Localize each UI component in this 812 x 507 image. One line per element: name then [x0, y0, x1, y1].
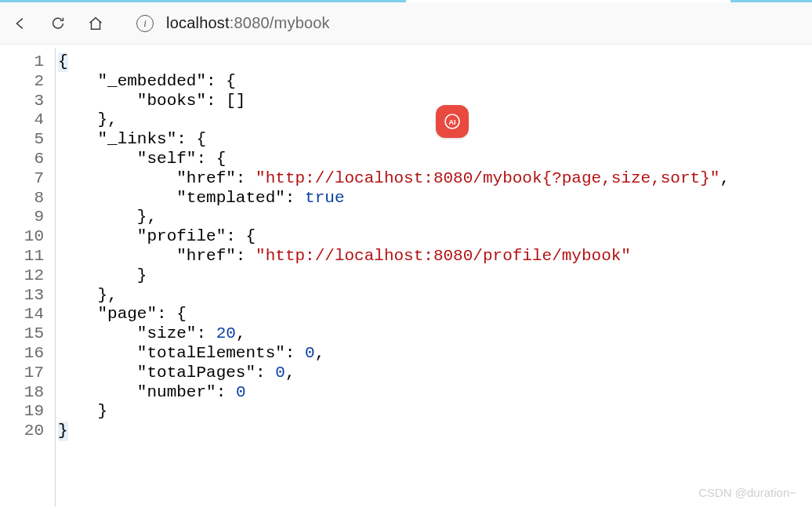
url-port: :8080 — [230, 14, 270, 31]
svg-text:AI: AI — [449, 118, 456, 126]
url-path: /mybook — [270, 14, 330, 31]
back-button[interactable] — [9, 13, 31, 34]
code-line: }, — [58, 286, 812, 306]
code-line: "number": 0 — [58, 383, 812, 403]
token-key: "templated" — [176, 189, 285, 207]
line-number: 10 — [0, 227, 44, 247]
token-bool: true — [305, 189, 344, 207]
browser-toolbar: i localhost:8080/mybook — [0, 2, 812, 45]
token-punc: } — [137, 266, 147, 284]
line-number: 19 — [0, 402, 44, 422]
line-number: 2 — [0, 72, 44, 92]
token-punc: : { — [226, 227, 256, 245]
token-punc: : { — [176, 130, 206, 148]
json-viewer: 1234567891011121314151617181920 { "_embe… — [0, 45, 812, 441]
gutter-divider — [55, 48, 56, 507]
line-number: 17 — [0, 364, 44, 383]
ai-badge[interactable]: AI — [436, 105, 469, 138]
watermark: CSDN @duration~ — [698, 486, 796, 499]
code-line: "page": { — [58, 305, 812, 324]
token-punc: : — [236, 169, 256, 187]
token-punc: } — [97, 402, 107, 420]
token-punc: : — [256, 364, 275, 382]
token-punc: }, — [97, 110, 117, 129]
token-punc: , — [720, 169, 730, 187]
line-number: 4 — [0, 110, 44, 130]
code-line: { — [58, 53, 812, 72]
token-punc: }, — [137, 208, 157, 226]
line-number: 14 — [0, 305, 44, 324]
token-punc: } — [58, 422, 68, 441]
refresh-button[interactable] — [47, 13, 69, 34]
token-str: "http://localhost:8080/mybook{?page,size… — [256, 169, 720, 187]
code-line: } — [58, 422, 812, 441]
line-number: 16 — [0, 344, 44, 364]
token-key: "totalElements" — [137, 344, 285, 362]
token-key: "self" — [137, 150, 197, 168]
code-line: "size": 20, — [58, 324, 812, 344]
line-number: 6 — [0, 150, 44, 169]
token-punc: }, — [97, 286, 117, 304]
token-punc: : [] — [206, 92, 245, 110]
token-key: "_links" — [97, 130, 176, 148]
code-line: "totalElements": 0, — [58, 344, 812, 364]
code-line: } — [58, 266, 812, 286]
token-key: "href" — [176, 247, 236, 265]
token-punc: : — [196, 324, 216, 342]
line-number: 13 — [0, 286, 44, 306]
token-key: "href" — [176, 169, 236, 187]
code-line: "_embedded": { — [58, 72, 812, 92]
token-key: "number" — [137, 383, 216, 401]
token-punc: : — [216, 383, 236, 401]
code-body: { "_embedded": { "books": [] }, "_links"… — [52, 53, 812, 441]
nav-icons — [9, 13, 107, 34]
token-punc: , — [315, 344, 325, 362]
url-bar[interactable]: i localhost:8080/mybook — [122, 14, 803, 32]
token-key: "profile" — [137, 227, 226, 245]
line-number: 8 — [0, 189, 44, 208]
code-line: "templated": true — [58, 189, 812, 208]
code-line: }, — [58, 110, 812, 130]
line-number: 7 — [0, 169, 44, 189]
token-punc: : — [236, 247, 256, 265]
code-line: "_links": { — [58, 130, 812, 150]
code-line: } — [58, 402, 812, 422]
code-line: "href": "http://localhost:8080/mybook{?p… — [58, 169, 812, 189]
info-icon[interactable]: i — [136, 15, 154, 32]
url-host: localhost — [166, 14, 230, 31]
token-key: "books" — [137, 92, 206, 110]
line-number: 3 — [0, 92, 44, 111]
token-str: "http://localhost:8080/profile/mybook" — [256, 247, 631, 265]
line-gutter: 1234567891011121314151617181920 — [0, 53, 52, 441]
token-punc: : — [285, 189, 305, 207]
code-line: "books": [] — [58, 92, 812, 111]
token-punc: , — [285, 364, 295, 382]
code-line: "profile": { — [58, 227, 812, 247]
token-key: "size" — [137, 324, 197, 342]
token-num: 0 — [236, 383, 246, 401]
line-number: 15 — [0, 324, 44, 344]
line-number: 18 — [0, 383, 44, 403]
line-number: 1 — [0, 53, 44, 72]
line-number: 20 — [0, 422, 44, 441]
token-punc: { — [58, 53, 68, 72]
token-punc: : { — [196, 150, 226, 168]
token-num: 20 — [216, 324, 236, 342]
home-button[interactable] — [85, 13, 107, 34]
token-num: 0 — [305, 344, 315, 362]
line-number: 9 — [0, 208, 44, 227]
token-num: 0 — [275, 364, 285, 382]
line-number: 11 — [0, 247, 44, 266]
code-line: "totalPages": 0, — [58, 364, 812, 383]
token-key: "page" — [97, 305, 157, 323]
token-punc: : { — [157, 305, 187, 323]
token-punc: , — [236, 324, 246, 342]
code-line: "self": { — [58, 150, 812, 169]
token-punc: : — [285, 344, 305, 362]
token-key: "totalPages" — [137, 364, 256, 382]
url-text: localhost:8080/mybook — [166, 14, 330, 32]
token-key: "_embedded" — [97, 72, 206, 90]
line-number: 5 — [0, 130, 44, 150]
token-punc: : { — [206, 72, 236, 90]
code-line: }, — [58, 208, 812, 227]
